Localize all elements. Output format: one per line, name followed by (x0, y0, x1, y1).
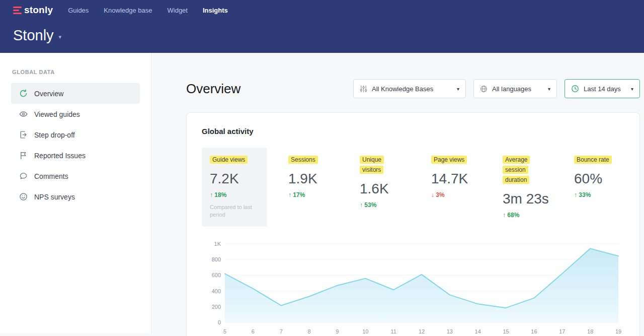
main-content: Overview All Knowledge Bases ▾ All langu… (151, 53, 644, 333)
svg-text:800: 800 (212, 256, 221, 262)
svg-text:14: 14 (475, 328, 481, 334)
stat-change: ↑ 68% (503, 212, 545, 219)
stat-average-session-duration[interactable]: Average session duration 3m 23s ↑ 68% (495, 148, 553, 227)
stat-value: 1.9K (288, 171, 331, 187)
sidebar-item-label: Comments (34, 172, 68, 180)
sidebar-item-comments[interactable]: Comments (11, 166, 140, 186)
card-title: Global activity (202, 127, 624, 136)
svg-text:600: 600 (212, 272, 221, 278)
page-title: Overview (186, 81, 240, 97)
sidebar-item-viewed-guides[interactable]: Viewed guides (11, 104, 140, 124)
sidebar-item-reported-issues[interactable]: Reported Issues (11, 145, 140, 166)
stonly-logo-icon (13, 7, 22, 14)
filter-label: All Knowledge Bases (372, 85, 433, 93)
svg-text:18: 18 (587, 328, 593, 334)
stat-value: 3m 23s (503, 191, 545, 207)
top-navbar: stonly Guides Knowledge base Widget Insi… (0, 0, 644, 53)
stat-unique-visitors[interactable]: Unique visitors 1.6K ↑ 53% (352, 148, 410, 217)
sidebar-item-label: Reported Issues (34, 152, 86, 160)
stat-label: Average session duration (503, 156, 530, 184)
svg-text:0: 0 (218, 319, 221, 325)
clock-icon (571, 85, 579, 93)
svg-text:12: 12 (419, 328, 425, 334)
svg-text:13: 13 (447, 328, 453, 334)
filter-label: All languages (492, 85, 531, 93)
nav-item-guides[interactable]: Guides (68, 7, 89, 14)
svg-text:17: 17 (559, 328, 565, 334)
sidebar-item-nps-surveys[interactable]: NPS surveys (11, 186, 140, 207)
date-range-filter[interactable]: Last 14 days ▾ (565, 79, 640, 98)
languages-filter[interactable]: All languages ▾ (473, 79, 557, 98)
stat-sessions[interactable]: Sessions 1.9K ↑ 17% (280, 148, 339, 207)
trend-down-icon: ↓ (431, 191, 434, 198)
knowledge-bases-filter[interactable]: All Knowledge Bases ▾ (353, 79, 466, 98)
filters-bar: All Knowledge Bases ▾ All languages ▾ La… (353, 79, 640, 98)
sidebar-section-label: GLOBAL DATA (12, 69, 139, 75)
smiley-icon (19, 192, 28, 201)
step-dropoff-icon (19, 130, 28, 139)
svg-text:10: 10 (362, 328, 368, 334)
stat-value: 7.2K (210, 171, 259, 187)
svg-text:8: 8 (308, 328, 311, 334)
svg-text:9: 9 (336, 328, 339, 334)
flag-icon (19, 151, 28, 160)
stat-note: Compared to last period (210, 204, 259, 219)
sidebar-item-step-drop-off[interactable]: Step drop-off (11, 124, 140, 145)
svg-text:7: 7 (280, 328, 283, 334)
stat-value: 60% (574, 171, 616, 187)
svg-text:200: 200 (212, 304, 221, 310)
activity-chart: 02004006008001K5678910111213141516171819 (202, 239, 624, 336)
svg-text:19: 19 (615, 328, 621, 334)
stat-value: 14.7K (431, 171, 473, 187)
stat-guide-views[interactable]: Guide views 7.2K ↑ 18% Compared to last … (202, 148, 267, 227)
stat-page-views[interactable]: Page views 14.7K ↓ 3% (423, 148, 481, 207)
globe-icon (480, 85, 488, 93)
stat-change: ↑ 18% (210, 191, 259, 198)
stats-row: Guide views 7.2K ↑ 18% Compared to last … (202, 148, 624, 227)
eye-icon (19, 110, 28, 118)
stat-label: Page views (431, 156, 467, 164)
nav-item-knowledge-base[interactable]: Knowledge base (104, 7, 152, 14)
stat-label: Sessions (288, 156, 318, 164)
workspace-selector[interactable]: Stonly ▾ (13, 27, 61, 44)
sliders-icon (360, 85, 367, 93)
overview-icon (19, 89, 28, 98)
stat-label: Guide views (210, 156, 248, 164)
stat-bounce-rate[interactable]: Bounce rate 60% ↑ 33% (566, 148, 624, 207)
trend-up-icon: ↑ (288, 191, 291, 198)
stat-value: 1.6K (360, 181, 402, 197)
svg-text:16: 16 (531, 328, 537, 334)
stat-change: ↑ 53% (360, 201, 402, 209)
sidebar-item-label: Overview (34, 90, 63, 98)
svg-text:5: 5 (223, 328, 226, 334)
activity-chart-container: 02004006008001K5678910111213141516171819 (202, 239, 624, 336)
nav-item-widget[interactable]: Widget (168, 7, 188, 14)
stat-label: Unique visitors (360, 156, 384, 174)
trend-up-icon: ↑ (574, 191, 577, 198)
chevron-down-icon: ▾ (544, 86, 550, 92)
global-activity-card: Global activity Guide views 7.2K ↑ 18% C… (186, 112, 640, 336)
workspace-title: Stonly (13, 27, 54, 44)
stat-change: ↑ 17% (288, 191, 331, 198)
svg-text:1K: 1K (214, 241, 221, 247)
svg-text:15: 15 (503, 328, 509, 334)
sidebar-item-label: NPS surveys (34, 193, 75, 201)
svg-text:11: 11 (390, 328, 396, 334)
stat-change: ↓ 3% (431, 191, 473, 198)
stat-change: ↑ 33% (574, 191, 616, 198)
svg-text:400: 400 (212, 288, 221, 294)
svg-text:6: 6 (252, 328, 255, 334)
filter-label: Last 14 days (584, 85, 621, 93)
chevron-down-icon: ▾ (453, 86, 459, 92)
trend-up-icon: ↑ (360, 201, 363, 209)
stonly-logo[interactable]: stonly (13, 5, 53, 16)
stat-label: Bounce rate (574, 156, 612, 164)
sidebar-item-label: Step drop-off (34, 131, 75, 139)
chevron-down-icon: ▾ (59, 34, 62, 40)
trend-up-icon: ↑ (210, 191, 213, 198)
sidebar-item-overview[interactable]: Overview (11, 83, 140, 104)
chevron-down-icon: ▾ (627, 86, 633, 92)
nav-item-insights[interactable]: Insights (203, 7, 228, 14)
comment-icon (19, 172, 28, 180)
stonly-logo-text: stonly (24, 5, 53, 16)
